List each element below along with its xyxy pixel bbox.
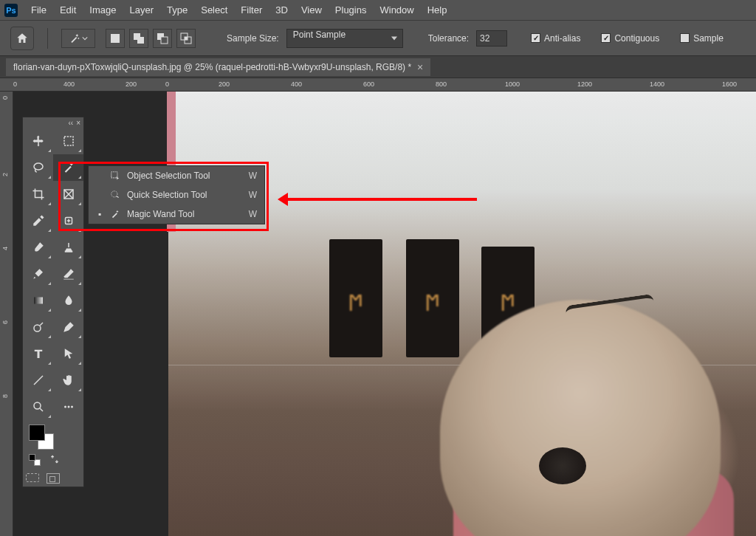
ruler-tick: 400 bbox=[63, 80, 75, 88]
add-sel-icon bbox=[133, 32, 145, 44]
foreground-color[interactable] bbox=[29, 425, 45, 441]
quick-selection-icon bbox=[109, 189, 121, 201]
dodge-tool[interactable] bbox=[23, 314, 53, 340]
app-logo: Ps bbox=[4, 4, 18, 17]
svg-point-17 bbox=[71, 406, 73, 408]
flyout-magic-wand[interactable]: ▪ Magic Wand Tool W bbox=[89, 205, 264, 224]
ruler-tick: 0 bbox=[13, 80, 17, 88]
menu-edit[interactable]: Edit bbox=[54, 2, 82, 18]
close-icon[interactable]: × bbox=[417, 61, 423, 73]
eyedropper-tool[interactable] bbox=[23, 207, 53, 234]
contiguous-checkbox[interactable]: Contiguous bbox=[601, 33, 659, 44]
menu-3d[interactable]: 3D bbox=[269, 2, 294, 18]
selection-subtract-button[interactable] bbox=[153, 29, 172, 48]
ruler-tick: 6 bbox=[1, 320, 9, 324]
divider bbox=[47, 28, 48, 49]
more-tool[interactable] bbox=[53, 394, 83, 420]
type-tool[interactable] bbox=[23, 340, 53, 367]
selection-intersect-button[interactable] bbox=[176, 29, 196, 48]
svg-point-14 bbox=[34, 402, 41, 409]
svg-rect-8 bbox=[64, 137, 73, 145]
ruler-tick: 4 bbox=[1, 247, 9, 250]
active-bullet: ▪ bbox=[96, 209, 103, 219]
document-tab[interactable]: florian-van-duyn-pXToxwjqliQ-unsplash.jp… bbox=[6, 58, 430, 76]
ruler-tick: 400 bbox=[291, 80, 302, 88]
line-tool[interactable] bbox=[23, 367, 53, 394]
svg-point-16 bbox=[67, 406, 69, 408]
ruler-tick: 0 bbox=[1, 96, 9, 100]
tolerance-label: Tolerance: bbox=[428, 33, 469, 44]
check-icon bbox=[680, 33, 690, 43]
history-brush-tool[interactable] bbox=[23, 261, 53, 287]
magic-wand-icon bbox=[109, 208, 121, 220]
document-image bbox=[168, 92, 756, 536]
foreground-background-swatch[interactable] bbox=[23, 420, 83, 470]
ruler-tick: 1200 bbox=[577, 80, 592, 88]
ruler-tick: 1600 bbox=[722, 80, 737, 88]
contiguous-label: Contiguous bbox=[614, 33, 659, 44]
antialias-label: Anti-alias bbox=[544, 33, 580, 44]
selection-new-button[interactable] bbox=[106, 29, 125, 48]
svg-rect-7 bbox=[185, 37, 188, 40]
magic-wand-tool[interactable] bbox=[53, 154, 83, 181]
flyout-object-selection[interactable]: Object Selection Tool W bbox=[89, 166, 264, 185]
gradient-tool[interactable] bbox=[23, 287, 53, 314]
quick-mask-button[interactable] bbox=[26, 473, 39, 482]
menubar: Ps File Edit Image Layer Type Select Fil… bbox=[0, 0, 756, 21]
flyout-shortcut: W bbox=[249, 209, 257, 219]
sample-all-checkbox[interactable]: Sample bbox=[680, 33, 724, 44]
healing-brush-tool[interactable] bbox=[53, 207, 83, 234]
frame-tool[interactable] bbox=[53, 181, 83, 207]
default-colors-button[interactable] bbox=[29, 454, 41, 466]
menu-window[interactable]: Window bbox=[374, 2, 419, 18]
canvas[interactable] bbox=[13, 92, 756, 536]
sample-size-select[interactable]: Point Sample bbox=[286, 29, 403, 48]
menu-plugins[interactable]: Plugins bbox=[329, 2, 373, 18]
flyout-quick-selection[interactable]: Quick Selection Tool W bbox=[89, 185, 264, 205]
sample-all-label: Sample bbox=[693, 33, 724, 44]
brush-tool[interactable] bbox=[23, 234, 53, 261]
flyout-shortcut: W bbox=[249, 171, 257, 181]
home-icon bbox=[16, 32, 29, 45]
menu-select[interactable]: Select bbox=[195, 2, 233, 18]
screen-mode-button[interactable] bbox=[47, 473, 60, 484]
square-icon bbox=[109, 32, 121, 44]
crop-tool[interactable] bbox=[23, 181, 53, 207]
swap-colors-icon[interactable] bbox=[49, 454, 60, 464]
zoom-tool[interactable] bbox=[23, 394, 53, 420]
ruler-tick: 200 bbox=[219, 80, 230, 88]
move-tool[interactable] bbox=[23, 128, 53, 154]
options-bar: Sample Size: Point Sample Tolerance: Ant… bbox=[0, 21, 756, 56]
hand-tool[interactable] bbox=[53, 367, 83, 394]
blur-tool[interactable] bbox=[53, 287, 83, 314]
pen-tool[interactable] bbox=[53, 314, 83, 340]
close-icon[interactable]: × bbox=[76, 119, 80, 127]
menu-image[interactable]: Image bbox=[83, 2, 122, 18]
menu-file[interactable]: File bbox=[25, 2, 52, 18]
document-tabs: florian-van-duyn-pXToxwjqliQ-unsplash.jp… bbox=[0, 56, 756, 78]
menu-view[interactable]: View bbox=[295, 2, 328, 18]
svg-point-9 bbox=[34, 163, 43, 170]
home-button[interactable] bbox=[10, 27, 34, 50]
workspace: 0 400 200 0 200 400 600 800 1000 1200 14… bbox=[0, 78, 756, 536]
clone-stamp-tool[interactable] bbox=[53, 234, 83, 261]
check-icon bbox=[601, 33, 611, 43]
antialias-checkbox[interactable]: Anti-alias bbox=[531, 33, 580, 44]
ruler-tick: 600 bbox=[363, 80, 374, 88]
eraser-tool[interactable] bbox=[53, 261, 83, 287]
lasso-tool[interactable] bbox=[23, 154, 53, 181]
svg-point-19 bbox=[111, 191, 117, 197]
ruler-tick: 1400 bbox=[650, 80, 664, 88]
panel-collapse-handle[interactable]: ‹‹ × bbox=[23, 117, 83, 128]
menu-help[interactable]: Help bbox=[422, 2, 453, 18]
menu-type[interactable]: Type bbox=[161, 2, 193, 18]
marquee-tool[interactable] bbox=[53, 128, 83, 154]
selection-tool-flyout: Object Selection Tool W Quick Selection … bbox=[88, 165, 265, 224]
path-selection-tool[interactable] bbox=[53, 340, 83, 367]
menu-filter[interactable]: Filter bbox=[235, 2, 268, 18]
menu-layer[interactable]: Layer bbox=[124, 2, 160, 18]
app-logo-text: Ps bbox=[6, 6, 16, 15]
current-tool-picker[interactable] bbox=[61, 29, 95, 48]
selection-add-button[interactable] bbox=[129, 29, 148, 48]
tolerance-input[interactable] bbox=[476, 30, 507, 47]
